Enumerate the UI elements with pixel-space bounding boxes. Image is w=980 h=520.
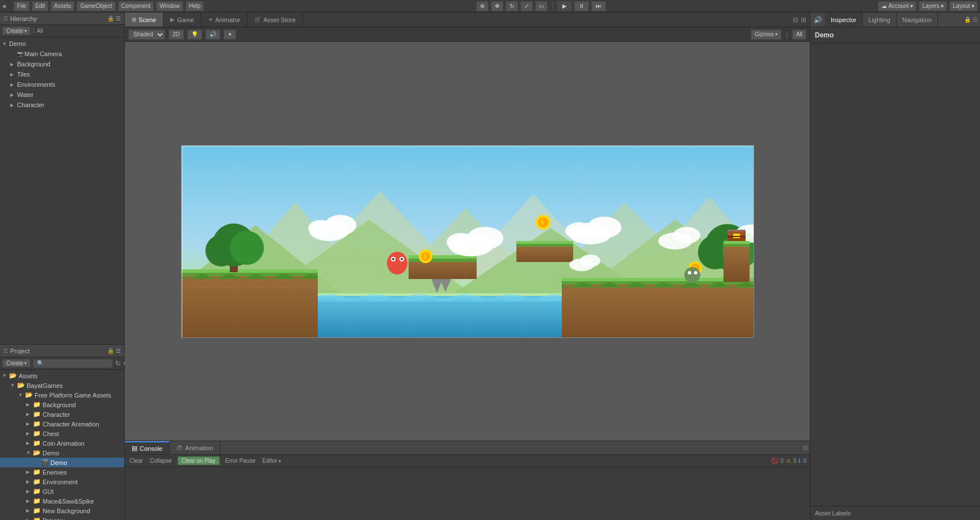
gameobject-menu[interactable]: GameObject: [77, 1, 115, 11]
project-background[interactable]: ▶ 📁 Background: [0, 400, 124, 409]
console-panel-icon[interactable]: ⊟: [803, 445, 807, 451]
tab-animation[interactable]: ⏱ Animation: [170, 441, 220, 454]
hierarchy-item-tiles[interactable]: ▶ Tiles: [0, 69, 124, 79]
project-assets[interactable]: ▼ 📂 Assets: [0, 371, 124, 381]
scene-light-btn[interactable]: 💡: [187, 29, 202, 40]
project-menu-icon[interactable]: ☰: [116, 348, 121, 354]
project-demo-scene[interactable]: 🎬 Demo: [0, 458, 124, 467]
all-btn[interactable]: All: [792, 29, 806, 40]
inspector-menu-icon[interactable]: ☰: [973, 16, 978, 23]
scale-tool[interactable]: ⤢: [520, 1, 533, 11]
animator-tab-icon: ✦: [208, 16, 213, 23]
tab-animator[interactable]: ✦ Animator: [201, 12, 247, 27]
project-search-input[interactable]: [33, 359, 113, 368]
svg-rect-27: [516, 241, 573, 244]
pause-btn[interactable]: ⏸: [574, 1, 589, 11]
tab-inspector[interactable]: Inspector: [825, 12, 863, 27]
console-content: [125, 467, 810, 520]
project-tree[interactable]: ▼ 📂 Assets ▼ 📂 BayatGames ▼ 📂 Free Platf…: [0, 370, 124, 520]
component-menu[interactable]: Component: [118, 1, 154, 11]
editor-btn[interactable]: Editor ▾: [261, 458, 282, 464]
tab-console[interactable]: ▤ Console: [125, 441, 170, 454]
hierarchy-lock-icon[interactable]: 🔒: [107, 15, 114, 22]
error-pause-btn[interactable]: Error Pause: [224, 458, 256, 464]
assets-menu[interactable]: Assets: [51, 1, 74, 11]
window-menu[interactable]: Window: [156, 1, 183, 11]
unity-logo: ◈: [2, 3, 7, 9]
console-toolbar: Clear Collapse Clear on Play Error Pause…: [125, 455, 810, 467]
layers-btn[interactable]: Layers ▾: [919, 1, 947, 11]
scene-viewport[interactable]: $ $ $ $: [125, 42, 810, 441]
speaker-icon: 🔊: [814, 16, 822, 24]
demo-scene-icon: 🎬: [41, 459, 49, 466]
console-warning-icon: ⚠: [786, 458, 791, 464]
gizmos-btn[interactable]: Gizmos ▾: [751, 29, 781, 40]
project-bayatgames[interactable]: ▼ 📂 BayatGames: [0, 381, 124, 390]
mace-label: Mace&Saw&Spike: [43, 498, 94, 505]
file-menu[interactable]: File: [14, 1, 30, 11]
svg-rect-71: [727, 230, 746, 231]
project-panel: ☰ Project 🔒 ☰ Create ▾ ↻ ⚙ ▼ 📂: [0, 344, 124, 520]
console-counts: 🚫 0 ⚠ 0 ℹ 0: [771, 458, 806, 464]
tab-asset-store[interactable]: 🛒 Asset Store: [247, 12, 303, 27]
scene-fx-btn[interactable]: ✦: [224, 29, 236, 40]
collapse-btn[interactable]: Collapse: [149, 458, 173, 464]
clear-btn[interactable]: Clear: [128, 458, 144, 464]
hierarchy-item-camera[interactable]: 📷 Main Camera: [0, 49, 124, 59]
project-demo-folder[interactable]: ▼ 📂 Demo: [0, 448, 124, 458]
edit-menu[interactable]: Edit: [32, 1, 48, 11]
project-free-platform[interactable]: ▼ 📂 Free Platform Game Assets: [0, 390, 124, 400]
rotate-tool[interactable]: ↻: [506, 1, 518, 11]
tab-scene[interactable]: ⊞ Scene: [125, 12, 163, 27]
play-btn[interactable]: ▶: [557, 1, 572, 11]
hierarchy-menu-icon[interactable]: ☰: [116, 15, 121, 22]
project-character-animation[interactable]: ▶ 📁 Character Animation: [0, 419, 124, 429]
project-chest[interactable]: ▶ 📁 Chest: [0, 429, 124, 438]
inspector-speaker[interactable]: 🔊: [810, 12, 825, 27]
tab-game[interactable]: ▶ Game: [163, 12, 201, 27]
project-mace[interactable]: ▶ 📁 Mace&Saw&Spike: [0, 496, 124, 506]
svg-rect-16: [318, 296, 562, 338]
project-create-btn[interactable]: Create ▾: [2, 359, 31, 367]
svg-point-78: [694, 271, 697, 274]
project-enemies[interactable]: ▶ 📁 Enemies: [0, 467, 124, 477]
step-btn[interactable]: ⏭: [591, 1, 606, 11]
clear-on-play-btn[interactable]: Clear on Play: [178, 456, 220, 465]
cloud-btn[interactable]: ☁ Account ▾: [878, 1, 916, 11]
scene-tab-label: Scene: [138, 16, 156, 23]
help-menu[interactable]: Help: [186, 1, 204, 11]
move-tool[interactable]: ✥: [491, 1, 503, 11]
inspector-lock-icon[interactable]: 🔒: [964, 16, 971, 23]
project-environment[interactable]: ▶ 📁 Environment: [0, 477, 124, 487]
game-scene-svg: $ $ $ $: [181, 145, 754, 338]
shading-select[interactable]: Shaded: [128, 29, 165, 40]
project-gui[interactable]: ▶ 📁 GUI: [0, 487, 124, 496]
warning-count: 0: [793, 458, 797, 464]
inspector-tab-label: Inspector: [831, 16, 856, 23]
rect-tool[interactable]: ▭: [535, 1, 548, 11]
project-character[interactable]: ▶ 📁 Character: [0, 409, 124, 419]
hierarchy-item-background[interactable]: ▶ Background: [0, 59, 124, 69]
hierarchy-item-demo[interactable]: ▼ Demo: [0, 39, 124, 49]
scene-panel-lock[interactable]: ⊟: [793, 16, 798, 24]
2d-mode-btn[interactable]: 2D: [169, 29, 184, 40]
project-new-background[interactable]: ▶ 📁 New Background: [0, 506, 124, 515]
transform-tool[interactable]: ⊕: [476, 1, 489, 11]
tab-navigation[interactable]: Navigation: [897, 12, 938, 27]
bottom-panel: ▤ Console ⏱ Animation ⊟ Clear Collapse C…: [125, 441, 810, 520]
scene-panel-max[interactable]: ⊞: [801, 16, 806, 24]
hierarchy-create-btn[interactable]: Create ▾: [2, 27, 31, 35]
animator-tab-label: Animator: [215, 16, 240, 23]
project-lock-icon[interactable]: 🔒: [107, 348, 114, 354]
layout-btn[interactable]: Layout ▾: [949, 1, 978, 11]
project-coin-animation[interactable]: ▶ 📁 Coin Animation: [0, 438, 124, 448]
hierarchy-item-water[interactable]: ▶ Water: [0, 90, 124, 100]
hierarchy-item-character[interactable]: ▶ Character: [0, 100, 124, 110]
scene-audio-btn[interactable]: 🔊: [205, 29, 220, 40]
hierarchy-list[interactable]: ▼ Demo 📷 Main Camera ▶ Background ▶ Tile…: [0, 37, 124, 344]
svg-rect-20: [409, 259, 477, 279]
tab-lighting[interactable]: Lighting: [863, 12, 897, 27]
project-refresh-icon[interactable]: ↻: [115, 360, 121, 367]
project-preview[interactable]: ▶ 📁 Preview: [0, 515, 124, 520]
hierarchy-item-environments[interactable]: ▶ Environments: [0, 79, 124, 90]
